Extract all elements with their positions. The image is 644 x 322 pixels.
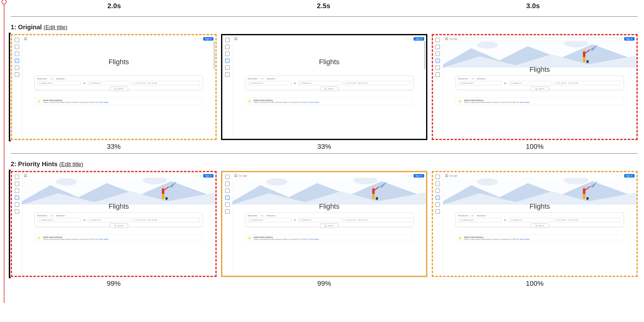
nav-flights-icon[interactable] bbox=[225, 59, 230, 63]
nav-travel-icon[interactable] bbox=[15, 38, 19, 42]
nav-explore-icon[interactable] bbox=[225, 45, 230, 49]
nav-vacation-icon[interactable] bbox=[15, 209, 19, 214]
passenger-select[interactable]: 1 bbox=[51, 215, 53, 217]
apps-grid-icon[interactable]: ⋮⋮⋮ bbox=[195, 174, 202, 177]
nav-vacation-icon[interactable] bbox=[436, 209, 440, 214]
advisory-link[interactable]: More details bbox=[310, 101, 319, 103]
nav-explore-icon[interactable] bbox=[436, 182, 440, 186]
cabin-class-select[interactable]: Economy bbox=[267, 78, 276, 80]
origin-input[interactable]: ◯ Where from? bbox=[37, 81, 81, 85]
trip-type-select[interactable]: Round trip bbox=[458, 215, 469, 217]
swap-locations-icon[interactable]: ⇄ bbox=[292, 81, 297, 85]
nav-flights-icon[interactable] bbox=[436, 195, 440, 200]
date-range-input[interactable]: ▭ Fri, Oct 22 · Tue, Oct 26 bbox=[343, 81, 411, 85]
nav-things-icon[interactable] bbox=[15, 189, 19, 193]
passenger-select[interactable]: 1 bbox=[472, 215, 474, 217]
swap-locations-icon[interactable]: ⇄ bbox=[503, 218, 508, 222]
swap-locations-icon[interactable]: ⇄ bbox=[82, 81, 86, 85]
origin-input[interactable]: ◯ Where from? bbox=[458, 218, 502, 222]
advisory-link[interactable]: More details bbox=[310, 238, 319, 240]
nav-hotels-icon[interactable] bbox=[436, 202, 440, 207]
edit-title-link[interactable]: (Edit title) bbox=[59, 161, 83, 167]
destination-input[interactable]: ◯ Where to? bbox=[509, 81, 552, 85]
nav-flights-icon[interactable] bbox=[15, 195, 19, 200]
nav-things-icon[interactable] bbox=[436, 52, 440, 56]
search-button[interactable]: 🔍 Search bbox=[320, 223, 339, 228]
cabin-class-select[interactable]: Economy bbox=[477, 78, 486, 80]
destination-input[interactable]: ◯ Where to? bbox=[88, 218, 131, 222]
swap-locations-icon[interactable]: ⇄ bbox=[82, 218, 86, 222]
passenger-select[interactable]: 1 bbox=[261, 215, 264, 217]
hamburger-menu-icon[interactable] bbox=[445, 37, 448, 40]
nav-flights-icon[interactable] bbox=[225, 195, 230, 200]
nav-flights-icon[interactable] bbox=[436, 59, 440, 63]
sign-in-button[interactable]: Sign in bbox=[203, 174, 214, 178]
nav-hotels-icon[interactable] bbox=[225, 65, 230, 70]
edit-title-link[interactable]: (Edit title) bbox=[43, 24, 67, 31]
apps-grid-icon[interactable]: ⋮⋮⋮ bbox=[405, 37, 413, 40]
cabin-class-select[interactable]: Economy bbox=[56, 78, 65, 80]
nav-hotels-icon[interactable] bbox=[15, 65, 19, 70]
passenger-select[interactable]: 1 bbox=[261, 78, 264, 80]
origin-input[interactable]: ◯ Where from? bbox=[37, 218, 81, 222]
destination-input[interactable]: ◯ Where to? bbox=[88, 81, 131, 85]
cabin-class-select[interactable]: Economy bbox=[267, 215, 276, 217]
trip-type-select[interactable]: Round trip bbox=[458, 78, 469, 80]
cabin-class-select[interactable]: Economy bbox=[56, 215, 65, 217]
nav-things-icon[interactable] bbox=[436, 189, 440, 193]
nav-explore-icon[interactable] bbox=[225, 182, 230, 186]
hamburger-menu-icon[interactable] bbox=[445, 174, 448, 177]
apps-grid-icon[interactable]: ⋮⋮⋮ bbox=[616, 174, 623, 177]
origin-input[interactable]: ◯ Where from? bbox=[248, 218, 291, 222]
search-button[interactable]: 🔍 Search bbox=[109, 223, 128, 228]
nav-vacation-icon[interactable] bbox=[15, 72, 19, 77]
nav-explore-icon[interactable] bbox=[15, 45, 19, 49]
hamburger-menu-icon[interactable] bbox=[24, 174, 27, 177]
nav-things-icon[interactable] bbox=[225, 189, 230, 193]
nav-things-icon[interactable] bbox=[225, 52, 230, 56]
advisory-link[interactable]: More details bbox=[520, 101, 530, 103]
advisory-link[interactable]: More details bbox=[99, 238, 108, 240]
swap-locations-icon[interactable]: ⇄ bbox=[292, 218, 297, 222]
sign-in-button[interactable]: Sign in bbox=[414, 37, 424, 41]
date-range-input[interactable]: ▭ Fri, Oct 22 · Tue, Oct 26 bbox=[343, 218, 411, 222]
nav-explore-icon[interactable] bbox=[436, 45, 440, 49]
date-range-input[interactable]: ▭ Fri, Oct 22 · Tue, Oct 26 bbox=[132, 81, 200, 85]
nav-travel-icon[interactable] bbox=[15, 175, 19, 179]
date-range-input[interactable]: ▭ Fri, Oct 22 · Tue, Oct 26 bbox=[132, 218, 200, 222]
destination-input[interactable]: ◯ Where to? bbox=[509, 218, 552, 222]
advisory-link[interactable]: More details bbox=[99, 101, 108, 103]
apps-grid-icon[interactable]: ⋮⋮⋮ bbox=[616, 37, 623, 40]
destination-input[interactable]: ◯ Where to? bbox=[298, 81, 341, 85]
origin-input[interactable]: ◯ Where from? bbox=[248, 81, 291, 85]
nav-hotels-icon[interactable] bbox=[15, 202, 19, 207]
search-button[interactable]: 🔍 Search bbox=[109, 87, 128, 91]
nav-explore-icon[interactable] bbox=[15, 182, 19, 186]
destination-input[interactable]: ◯ Where to? bbox=[298, 218, 341, 222]
origin-input[interactable]: ◯ Where from? bbox=[458, 81, 502, 85]
hamburger-menu-icon[interactable] bbox=[234, 174, 237, 177]
nav-travel-icon[interactable] bbox=[225, 38, 230, 42]
nav-hotels-icon[interactable] bbox=[436, 65, 440, 70]
nav-vacation-icon[interactable] bbox=[225, 209, 230, 214]
hamburger-menu-icon[interactable] bbox=[234, 37, 237, 40]
sign-in-button[interactable]: Sign in bbox=[624, 37, 635, 41]
cabin-class-select[interactable]: Economy bbox=[477, 215, 486, 217]
nav-hotels-icon[interactable] bbox=[225, 202, 230, 207]
scrollbar[interactable] bbox=[424, 41, 425, 69]
search-button[interactable]: 🔍 Search bbox=[320, 87, 339, 91]
sign-in-button[interactable]: Sign in bbox=[624, 174, 635, 178]
advisory-link[interactable]: More details bbox=[520, 238, 530, 240]
passenger-select[interactable]: 1 bbox=[472, 78, 474, 80]
trip-type-select[interactable]: Round trip bbox=[37, 215, 47, 217]
scrollbar[interactable] bbox=[214, 41, 215, 69]
trip-type-select[interactable]: Round trip bbox=[248, 215, 258, 217]
nav-travel-icon[interactable] bbox=[225, 175, 230, 179]
nav-vacation-icon[interactable] bbox=[436, 72, 440, 77]
swap-locations-icon[interactable]: ⇄ bbox=[503, 81, 508, 85]
passenger-select[interactable]: 1 bbox=[51, 78, 53, 80]
nav-vacation-icon[interactable] bbox=[225, 72, 230, 77]
trip-type-select[interactable]: Round trip bbox=[37, 78, 47, 80]
apps-grid-icon[interactable]: ⋮⋮⋮ bbox=[405, 174, 413, 177]
search-button[interactable]: 🔍 Search bbox=[530, 223, 549, 228]
